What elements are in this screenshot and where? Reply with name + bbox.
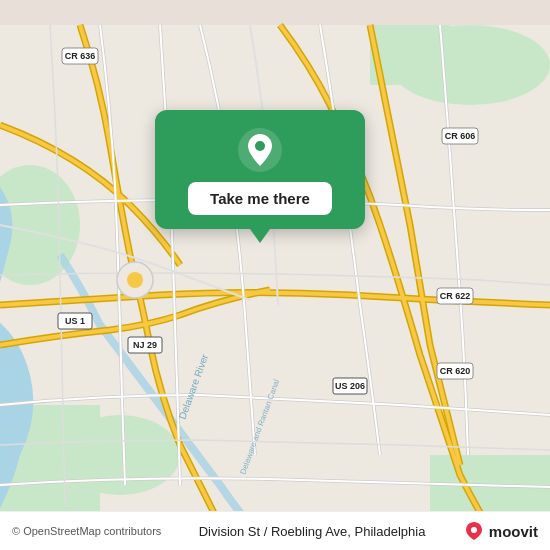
svg-point-28 bbox=[471, 527, 477, 533]
map-container: CR 636 CR 606 CR 622 CR 620 US 1 NJ 29 U… bbox=[0, 0, 550, 550]
svg-text:CR 620: CR 620 bbox=[440, 366, 471, 376]
svg-text:US 1: US 1 bbox=[65, 316, 85, 326]
svg-text:CR 606: CR 606 bbox=[445, 131, 476, 141]
copyright-text: © OpenStreetMap contributors bbox=[12, 525, 161, 537]
pin-icon bbox=[238, 128, 282, 172]
svg-text:CR 622: CR 622 bbox=[440, 291, 471, 301]
svg-text:NJ 29: NJ 29 bbox=[133, 340, 157, 350]
svg-point-27 bbox=[255, 141, 265, 151]
moovit-logo: moovit bbox=[463, 520, 538, 542]
bottom-bar: © OpenStreetMap contributors Division St… bbox=[0, 511, 550, 550]
location-text: Division St / Roebling Ave, Philadelphia bbox=[199, 524, 426, 539]
svg-text:US 206: US 206 bbox=[335, 381, 365, 391]
take-me-there-button[interactable]: Take me there bbox=[188, 182, 332, 215]
bottom-left: © OpenStreetMap contributors bbox=[12, 525, 161, 537]
moovit-brand-name: moovit bbox=[489, 523, 538, 540]
svg-point-9 bbox=[127, 272, 143, 288]
svg-text:CR 636: CR 636 bbox=[65, 51, 96, 61]
moovit-icon bbox=[463, 520, 485, 542]
map-popup: Take me there bbox=[155, 110, 365, 229]
